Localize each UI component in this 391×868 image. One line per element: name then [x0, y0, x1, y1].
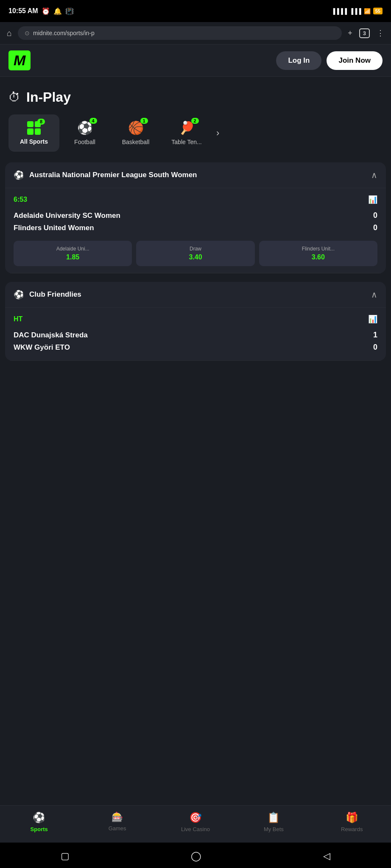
inplay-icon: ⏱ [8, 90, 20, 104]
team-score-2-0-0: 0 [373, 223, 377, 232]
home-system-icon[interactable]: ◯ [191, 851, 201, 862]
odd-btn-0-0-2[interactable]: Flinders Unit... 3.60 [259, 241, 377, 266]
odd-value-0-0-1: 3.40 [189, 253, 202, 261]
collapse-icon-0[interactable]: ∧ [371, 170, 377, 180]
tab-all-sports[interactable]: 8 All Sports [8, 114, 59, 152]
url-text: midnite.com/sports/in-p [33, 30, 95, 36]
tab-football[interactable]: ⚽ 4 Football [59, 114, 110, 152]
all-sports-badge: 8 [37, 119, 45, 125]
nav-item-mybets[interactable]: 📋 My Bets [257, 812, 290, 832]
sports-nav-icon: ⚽ [33, 812, 45, 823]
tabs-more-icon[interactable]: › [212, 128, 223, 139]
sports-nav-label: Sports [31, 826, 48, 832]
tabletennis-badge: 2 [191, 118, 199, 124]
nav-item-games[interactable]: 🎰 Games [101, 812, 134, 832]
odd-btn-0-0-1[interactable]: Draw 3.40 [136, 241, 254, 266]
basketball-label: Basketball [122, 139, 150, 145]
livecasino-nav-icon: 🎯 [189, 812, 202, 823]
games-nav-label: Games [109, 825, 126, 832]
nav-item-livecasino[interactable]: 🎯 Live Casino [179, 812, 212, 832]
match-item-1-0: HT 📊 DAC Dunajská Streda 1 WKW Györi ETO… [5, 308, 386, 361]
odd-label-0-0-0: Adelaide Uni... [17, 246, 128, 252]
odd-btn-0-0-0[interactable]: Adelaide Uni... 1.85 [14, 241, 132, 266]
team-score-1-1-0: 1 [373, 331, 377, 339]
team-name-2-0-0: Flinders United Women [14, 224, 94, 232]
mybets-nav-label: My Bets [264, 826, 284, 832]
odd-label-0-0-2: Flinders Unit... [263, 246, 374, 252]
tabletennis-label: Table Ten... [171, 139, 201, 145]
match-time-0-0: 6:53 [14, 196, 27, 203]
wifi-icon: 📶 [364, 8, 371, 14]
back-icon[interactable]: ◁ [323, 851, 330, 862]
page-title: In-Play [26, 89, 71, 105]
match-meta-0-0: 6:53 📊 [14, 195, 377, 204]
all-sports-label: All Sports [20, 138, 48, 145]
match-meta-1-0: HT 📊 [14, 314, 377, 324]
league-icon-1: ⚽ [14, 289, 24, 300]
voicemail-icon: 📳 [65, 7, 74, 15]
menu-icon[interactable]: ⋮ [377, 28, 384, 38]
odd-value-0-0-0: 1.85 [66, 253, 79, 261]
stats-icon-1-0[interactable]: 📊 [368, 314, 377, 324]
league-left-1: ⚽ Club Friendlies [14, 289, 81, 300]
games-nav-icon: 🎰 [112, 812, 123, 823]
browser-bar: ⌂ ⊙ midnite.com/sports/in-p + 3 ⋮ [0, 22, 391, 45]
join-button[interactable]: Join Now [327, 51, 383, 70]
home-icon[interactable]: ⌂ [7, 28, 12, 38]
login-button[interactable]: Log In [276, 51, 321, 70]
rewards-nav-label: Rewards [341, 826, 363, 832]
basketball-badge: 1 [140, 118, 148, 124]
logo-icon: M [8, 50, 31, 70]
sport-tabs: 8 All Sports ⚽ 4 Football 🏀 1 Basketball… [0, 114, 391, 152]
team-row-1-0-0: Adelaide University SC Women 0 [14, 209, 377, 222]
notification-icon: 🔔 [53, 7, 62, 15]
team-name-2-1-0: WKW Györi ETO [14, 343, 70, 352]
team-score-1-0-0: 0 [373, 211, 377, 220]
time-display: 10:55 AM [8, 7, 38, 15]
team-score-2-1-0: 0 [373, 343, 377, 352]
match-item-0-0: 6:53 📊 Adelaide University SC Women 0 Fl… [5, 188, 386, 273]
football-badge: 4 [89, 118, 97, 124]
league-section-0: ⚽ Australia National Premier League Sout… [5, 162, 386, 273]
url-bar[interactable]: ⊙ midnite.com/sports/in-p [18, 26, 342, 40]
odds-row-0-0: Adelaide Uni... 1.85 Draw 3.40 Flinders … [14, 241, 377, 266]
team-name-1-1-0: DAC Dunajská Streda [14, 331, 88, 339]
league-section-1: ⚽ Club Friendlies ∧ HT 📊 DAC Dunajská St… [5, 282, 386, 361]
league-name-0: Australia National Premier League South … [29, 170, 197, 180]
team-name-1-0-0: Adelaide University SC Women [14, 211, 120, 220]
logo: M [8, 50, 31, 70]
nav-item-sports[interactable]: ⚽ Sports [22, 812, 56, 832]
tab-count[interactable]: 3 [359, 28, 370, 38]
header-buttons: Log In Join Now [276, 51, 383, 70]
league-header-1: ⚽ Club Friendlies ∧ [5, 282, 386, 308]
league-left-0: ⚽ Australia National Premier League Sout… [14, 170, 197, 180]
league-icon-0: ⚽ [14, 170, 24, 180]
lock-icon: ⊙ [25, 30, 30, 36]
league-header-0: ⚽ Australia National Premier League Sout… [5, 162, 386, 188]
system-nav: ▢ ◯ ◁ [0, 843, 391, 868]
bottom-nav: ⚽ Sports 🎰 Games 🎯 Live Casino 📋 My Bets… [0, 805, 391, 843]
league-name-1: Club Friendlies [29, 290, 81, 299]
browser-actions: + 3 ⋮ [348, 28, 384, 38]
nav-item-rewards[interactable]: 🎁 Rewards [335, 812, 369, 832]
recent-apps-icon[interactable]: ▢ [61, 851, 70, 862]
app-header: M Log In Join Now [0, 45, 391, 77]
team-row-1-1-0: DAC Dunajská Streda 1 [14, 329, 377, 341]
football-label: Football [74, 139, 95, 145]
mybets-nav-icon: 📋 [267, 812, 280, 823]
team-row-2-1-0: WKW Györi ETO 0 [14, 341, 377, 353]
odd-label-0-0-1: Draw [140, 246, 251, 252]
battery-icon: 55 [373, 8, 383, 14]
status-icons: ▐▐▐▐ ▐▐▐ 📶 55 [331, 8, 383, 14]
new-tab-icon[interactable]: + [348, 29, 352, 38]
collapse-icon-1[interactable]: ∧ [371, 289, 377, 300]
livecasino-nav-label: Live Casino [181, 826, 210, 832]
tab-basketball[interactable]: 🏀 1 Basketball [110, 114, 161, 152]
odd-value-0-0-2: 3.60 [312, 253, 325, 261]
signal-icon: ▐▐▐▐ [331, 8, 347, 14]
alarm-icon: ⏰ [42, 7, 50, 15]
team-row-2-0-0: Flinders United Women 0 [14, 222, 377, 234]
tab-tabletennis[interactable]: 🏓 2 Table Ten... [161, 114, 212, 152]
rewards-nav-icon: 🎁 [346, 812, 358, 823]
stats-icon-0-0[interactable]: 📊 [368, 195, 377, 204]
